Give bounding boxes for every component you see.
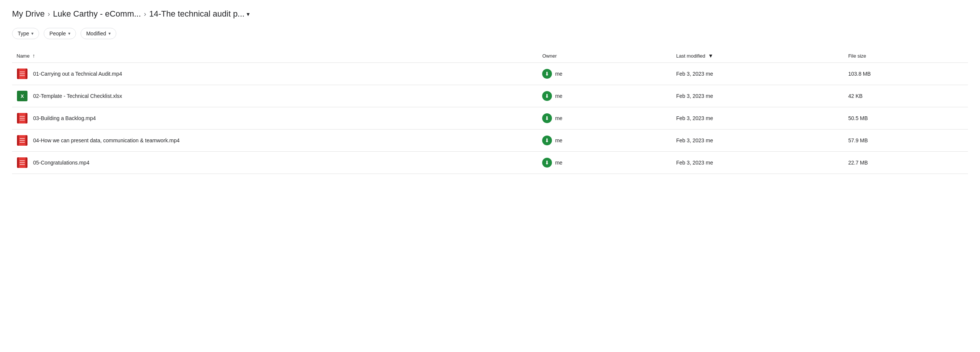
column-name-label: Name <box>17 53 30 59</box>
file-name-text: 03-Building a Backlog.mp4 <box>33 115 96 121</box>
breadcrumb-current-text: 14-The technical audit p... <box>149 9 244 19</box>
download-icon: ⬇ <box>545 115 549 121</box>
download-icon: ⬇ <box>545 71 549 77</box>
table-row[interactable]: 05-Congratulations.mp4 ⬇ me Feb 3, 2023 … <box>12 152 968 174</box>
breadcrumb: My Drive › Luke Carthy - eComm... › 14-T… <box>12 9 968 19</box>
download-icon: ⬇ <box>545 93 549 99</box>
owner-avatar: ⬇ <box>542 135 552 145</box>
people-filter-label: People <box>49 30 66 37</box>
owner-cell: ⬇ me <box>538 107 671 129</box>
owner-avatar: ⬇ <box>542 91 552 101</box>
size-cell: 50.5 MB <box>844 107 968 129</box>
file-name-text: 04-How we can present data, communicatio… <box>33 137 180 143</box>
file-name-text: 05-Congratulations.mp4 <box>33 159 89 166</box>
file-name-cell: 04-How we can present data, communicatio… <box>12 129 538 152</box>
excel-file-icon: X <box>17 91 27 101</box>
modified-cell: Feb 3, 2023 me <box>671 152 844 174</box>
breadcrumb-current[interactable]: 14-The technical audit p... ▾ <box>149 9 250 19</box>
file-icon-container <box>17 157 28 168</box>
file-name-text: 01-Carrying out a Technical Audit.mp4 <box>33 71 122 77</box>
table-row[interactable]: 03-Building a Backlog.mp4 ⬇ me Feb 3, 20… <box>12 107 968 129</box>
owner-cell: ⬇ me <box>538 63 671 85</box>
size-cell: 22.7 MB <box>844 152 968 174</box>
video-file-icon <box>17 113 27 123</box>
file-name-cell: 03-Building a Backlog.mp4 <box>12 107 538 129</box>
file-table: Name ↑ Owner Last modified ▼ File size <box>12 50 968 174</box>
file-icon-container: X <box>17 90 28 102</box>
file-name-cell: 05-Congratulations.mp4 <box>12 152 538 174</box>
file-name-cell: X 02-Template - Technical Checklist.xlsx <box>12 85 538 107</box>
file-icon-container <box>17 113 28 124</box>
owner-avatar: ⬇ <box>542 113 552 123</box>
owner-name: me <box>555 115 562 121</box>
download-icon: ⬇ <box>545 159 549 166</box>
modified-sort-icon[interactable]: ▼ <box>708 53 713 59</box>
modified-cell: Feb 3, 2023 me <box>671 63 844 85</box>
modified-filter-label: Modified <box>86 30 106 37</box>
modified-filter-button[interactable]: Modified ▾ <box>81 28 116 39</box>
file-name-text: 02-Template - Technical Checklist.xlsx <box>33 93 122 99</box>
owner-cell: ⬇ me <box>538 85 671 107</box>
table-header-row: Name ↑ Owner Last modified ▼ File size <box>12 50 968 63</box>
breadcrumb-separator-1: › <box>48 10 50 18</box>
modified-cell: Feb 3, 2023 me <box>671 107 844 129</box>
size-cell: 57.9 MB <box>844 129 968 152</box>
owner-name: me <box>555 159 562 166</box>
owner-name: me <box>555 71 562 77</box>
video-file-icon <box>17 68 27 79</box>
type-filter-label: Type <box>18 30 29 37</box>
filter-bar: Type ▾ People ▾ Modified ▾ <box>12 28 968 39</box>
table-row[interactable]: 04-How we can present data, communicatio… <box>12 129 968 152</box>
file-name-cell: 01-Carrying out a Technical Audit.mp4 <box>12 63 538 85</box>
people-filter-button[interactable]: People ▾ <box>44 28 76 39</box>
table-row[interactable]: X 02-Template - Technical Checklist.xlsx… <box>12 85 968 107</box>
size-cell: 42 KB <box>844 85 968 107</box>
owner-avatar: ⬇ <box>542 158 552 167</box>
video-file-icon <box>17 135 27 146</box>
breadcrumb-parent[interactable]: Luke Carthy - eComm... <box>53 9 141 19</box>
modified-label: Last modified <box>676 53 705 59</box>
modified-cell: Feb 3, 2023 me <box>671 85 844 107</box>
owner-avatar: ⬇ <box>542 69 552 79</box>
file-icon-container <box>17 135 28 146</box>
owner-name: me <box>555 93 562 99</box>
table-row[interactable]: 01-Carrying out a Technical Audit.mp4 ⬇ … <box>12 63 968 85</box>
owner-name: me <box>555 137 562 143</box>
type-filter-button[interactable]: Type ▾ <box>12 28 39 39</box>
column-header-name[interactable]: Name ↑ <box>12 50 538 63</box>
column-header-owner[interactable]: Owner <box>538 50 671 63</box>
modified-cell: Feb 3, 2023 me <box>671 129 844 152</box>
video-file-icon <box>17 158 27 168</box>
modified-filter-chevron-icon: ▾ <box>108 31 111 36</box>
size-cell: 103.8 MB <box>844 63 968 85</box>
owner-cell: ⬇ me <box>538 152 671 174</box>
owner-cell: ⬇ me <box>538 129 671 152</box>
name-sort-icon[interactable]: ↑ <box>32 53 35 59</box>
file-icon-container <box>17 68 28 80</box>
breadcrumb-separator-2: › <box>144 10 146 18</box>
column-header-size[interactable]: File size <box>844 50 968 63</box>
download-icon: ⬇ <box>545 137 549 143</box>
column-header-modified[interactable]: Last modified ▼ <box>671 50 844 63</box>
people-filter-chevron-icon: ▾ <box>68 31 70 36</box>
breadcrumb-root[interactable]: My Drive <box>12 9 45 19</box>
type-filter-chevron-icon: ▾ <box>31 31 33 36</box>
breadcrumb-dropdown-icon[interactable]: ▾ <box>247 11 250 18</box>
